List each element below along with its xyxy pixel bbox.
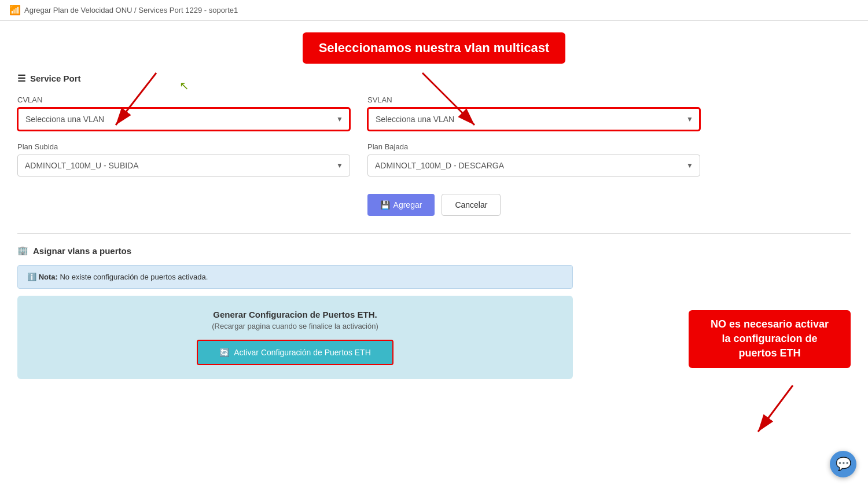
form-buttons: 💾 Agregar Cancelar [17, 194, 851, 216]
plan-bajada-select[interactable]: ADMINOLT_100M_D - DESCARGA [367, 155, 700, 177]
plan-bajada-select-wrapper: ADMINOLT_100M_D - DESCARGA ▼ [367, 155, 700, 177]
section-divider [17, 233, 851, 234]
plan-subida-group: Plan Subida ADMINOLT_100M_U - SUBIDA ▼ [17, 142, 350, 177]
breadcrumb-bar: 📶 Agregar Plan de Velocidad ONU / Servic… [0, 0, 868, 21]
breadcrumb-text: Agregar Plan de Velocidad ONU / Services… [24, 6, 238, 14]
asignar-vlans-title: Asignar vlans a puertos [33, 246, 131, 256]
svlan-group: SVLAN Selecciona una VLAN ▼ [367, 95, 700, 131]
building-icon: 🏢 [17, 245, 28, 256]
generate-box: Generar Configuracion de Puertos ETH. (R… [17, 296, 573, 379]
nota-box: ℹ️ Nota: No existe configuración de puer… [17, 265, 573, 289]
cvlan-label: CVLAN [17, 95, 350, 104]
plan-subida-select[interactable]: ADMINOLT_100M_U - SUBIDA [17, 155, 350, 177]
gen-subtitle: (Recargar pagina cuando se finalice la a… [29, 322, 561, 330]
refresh-icon: 🔄 [219, 348, 229, 357]
plan-bajada-label: Plan Bajada [367, 142, 700, 151]
service-port-title: Service Port [30, 73, 81, 83]
top-annotation-callout: Seleccionamos nuestra vlan multicast [303, 32, 566, 64]
server-icon: ☰ [17, 73, 25, 84]
save-icon: 💾 [380, 200, 390, 209]
agregar-button[interactable]: 💾 Agregar [367, 194, 435, 216]
nota-label: ℹ️ Nota: [27, 273, 58, 281]
wifi-icon: 📶 [9, 5, 21, 16]
svlan-label: SVLAN [367, 95, 700, 104]
svlan-select[interactable]: Selecciona una VLAN [367, 108, 700, 131]
plan-subida-label: Plan Subida [17, 142, 350, 151]
svg-line-5 [758, 385, 793, 432]
cvlan-select[interactable]: Selecciona una VLAN [17, 108, 350, 131]
plan-subida-select-wrapper: ADMINOLT_100M_U - SUBIDA ▼ [17, 155, 350, 177]
nota-text: No existe configuración de puertos activ… [60, 273, 208, 281]
asignar-vlans-header: 🏢 Asignar vlans a puertos [17, 245, 851, 256]
gen-title: Generar Configuracion de Puertos ETH. [29, 310, 561, 319]
bottom-annotation-callout: NO es necesario activarla configuracion … [689, 310, 851, 368]
plan-bajada-group: Plan Bajada ADMINOLT_100M_D - DESCARGA ▼ [367, 142, 700, 177]
chat-bubble[interactable]: 💬 [830, 451, 856, 477]
cvlan-group: CVLAN Selecciona una VLAN ▼ [17, 95, 350, 131]
service-port-header: ☰ Service Port [17, 73, 851, 84]
cvlan-select-wrapper: Selecciona una VLAN ▼ [17, 108, 350, 131]
cancelar-button[interactable]: Cancelar [442, 194, 501, 216]
arrow-activate [735, 380, 851, 449]
svlan-select-wrapper: Selecciona una VLAN ▼ [367, 108, 700, 131]
activate-button[interactable]: 🔄 Activar Configuración de Puertos ETH [197, 340, 393, 365]
service-port-form: CVLAN Selecciona una VLAN ▼ SVLAN Selecc… [17, 95, 700, 177]
